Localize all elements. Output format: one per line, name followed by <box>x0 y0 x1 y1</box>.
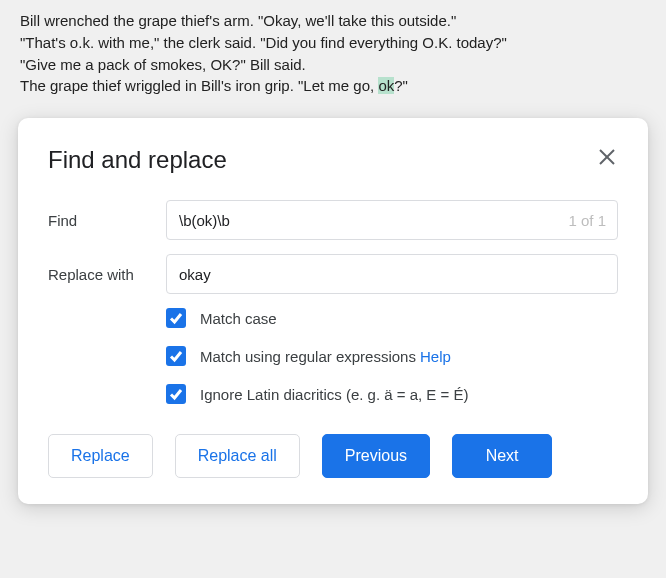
check-icon <box>169 349 183 363</box>
replace-button[interactable]: Replace <box>48 434 153 478</box>
close-icon <box>598 148 616 166</box>
dialog-title: Find and replace <box>48 146 227 174</box>
doc-line: "Give me a pack of smokes, OK?" Bill sai… <box>20 54 646 76</box>
regex-help-link[interactable]: Help <box>420 348 451 365</box>
replace-label: Replace with <box>48 266 166 283</box>
doc-text: ?" <box>394 77 408 94</box>
doc-text: The grape thief wriggled in Bill's iron … <box>20 77 378 94</box>
match-case-label: Match case <box>200 310 277 327</box>
match-case-checkbox[interactable] <box>166 308 186 328</box>
find-row: Find 1 of 1 <box>48 200 618 240</box>
find-input-wrap: 1 of 1 <box>166 200 618 240</box>
check-icon <box>169 311 183 325</box>
button-row: Replace Replace all Previous Next <box>48 434 618 478</box>
replace-input[interactable] <box>166 254 618 294</box>
regex-row: Match using regular expressions Help <box>166 346 618 366</box>
replace-input-wrap <box>166 254 618 294</box>
find-input[interactable] <box>166 200 618 240</box>
find-label: Find <box>48 212 166 229</box>
replace-row: Replace with <box>48 254 618 294</box>
replace-all-button[interactable]: Replace all <box>175 434 300 478</box>
search-highlight: ok <box>378 77 394 94</box>
doc-line: Bill wrenched the grape thief's arm. "Ok… <box>20 10 646 32</box>
regex-checkbox[interactable] <box>166 346 186 366</box>
check-icon <box>169 387 183 401</box>
doc-line: The grape thief wriggled in Bill's iron … <box>20 75 646 97</box>
diacritics-row: Ignore Latin diacritics (e. g. ä = a, E … <box>166 384 618 404</box>
close-button[interactable] <box>596 146 618 168</box>
previous-button[interactable]: Previous <box>322 434 430 478</box>
find-replace-dialog: Find and replace Find 1 of 1 Replace wit… <box>18 118 648 504</box>
match-count: 1 of 1 <box>568 212 606 229</box>
doc-line: "That's o.k. with me," the clerk said. "… <box>20 32 646 54</box>
next-button[interactable]: Next <box>452 434 552 478</box>
match-case-row: Match case <box>166 308 618 328</box>
regex-label: Match using regular expressions <box>200 348 416 365</box>
document-text: Bill wrenched the grape thief's arm. "Ok… <box>0 0 666 107</box>
dialog-header: Find and replace <box>48 146 618 174</box>
diacritics-checkbox[interactable] <box>166 384 186 404</box>
diacritics-label: Ignore Latin diacritics (e. g. ä = a, E … <box>200 386 468 403</box>
options-group: Match case Match using regular expressio… <box>166 308 618 404</box>
